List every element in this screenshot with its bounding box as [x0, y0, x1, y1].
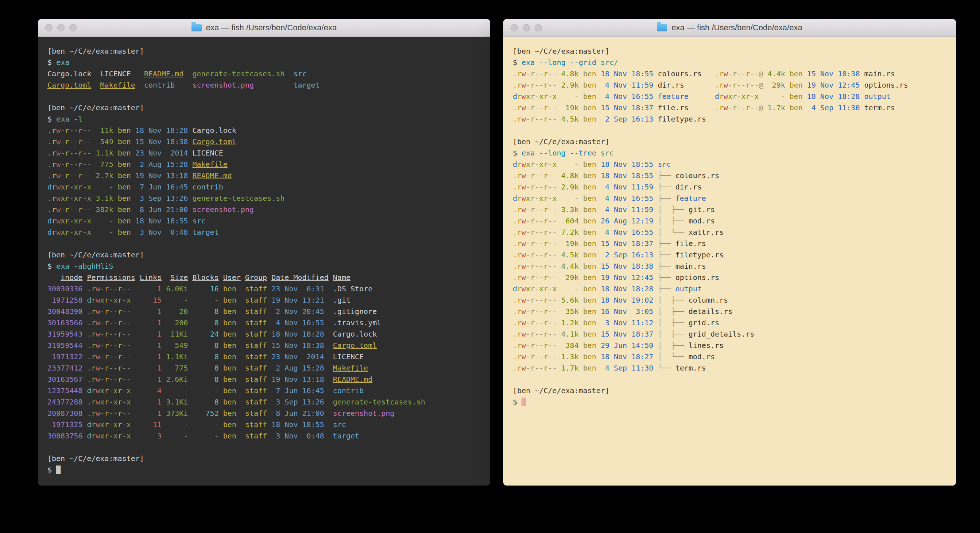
minimize-button[interactable] [57, 24, 65, 31]
permission-char: r [543, 330, 548, 338]
permission-char: r [719, 69, 724, 78]
text-segment: 11Ki [170, 330, 188, 338]
text-segment: 3 Nov 0:48 [271, 431, 324, 440]
terminal-line: 31959544 .rw-r--r-- 1 549 8 ben staff 15… [48, 340, 481, 351]
permission-char: - [127, 307, 131, 316]
text-segment [83, 352, 87, 361]
permission-char: - [552, 341, 557, 350]
permission-char: - [539, 182, 543, 191]
permission-char: - [535, 251, 539, 259]
terminal-window-light: exa — fish /Users/ben/Code/exa/exa [ben … [503, 19, 956, 485]
text-segment: 1 [157, 409, 162, 418]
permission-char: d [87, 420, 91, 429]
text-segment [113, 148, 118, 157]
minimize-button[interactable] [523, 24, 530, 31]
permission-char: x [754, 92, 759, 101]
text-segment: 3.1k [96, 194, 113, 203]
permission-char: r [65, 160, 69, 169]
permission-char: . [513, 171, 517, 180]
text-segment [83, 364, 87, 372]
permission-char: - [535, 194, 539, 203]
terminal-output[interactable]: [ben ~/C/e/exa:master]$ exa --long --gri… [503, 37, 956, 485]
text-segment: ben [118, 148, 131, 157]
text-segment [131, 352, 157, 361]
permission-char: - [750, 103, 754, 112]
text-segment: term.rs [864, 103, 895, 112]
permission-char: x [539, 194, 543, 203]
terminal-line: Cargo.lock LICENCE README.md generate-te… [48, 68, 481, 80]
text-segment: ben [118, 217, 131, 225]
permission-char: r [52, 160, 56, 169]
permission-char: r [746, 81, 750, 89]
text-segment [135, 81, 144, 89]
permission-char: x [87, 182, 91, 191]
permission-char: w [522, 330, 526, 338]
text-segment [557, 103, 565, 112]
folder-icon [191, 24, 202, 31]
permission-char: x [60, 182, 65, 191]
permission-char: - [539, 341, 543, 350]
permission-char: r [118, 364, 122, 372]
close-button[interactable] [511, 24, 518, 31]
text-segment: details.rs [689, 307, 732, 316]
permission-char: x [87, 217, 91, 225]
permission-char: r [52, 171, 56, 180]
text-segment [596, 182, 601, 191]
folder-icon [657, 24, 667, 31]
text-segment: ben [118, 194, 131, 203]
text-segment: 8 [215, 341, 219, 350]
permission-char: r [118, 284, 122, 293]
text-segment: 1 [157, 352, 162, 361]
text-segment [91, 126, 100, 135]
terminal-line [48, 91, 481, 102]
permission-char: - [69, 182, 74, 191]
text-segment [131, 194, 135, 203]
permission-char: r [118, 375, 122, 384]
permission-char: r [517, 307, 522, 316]
permission-char: - [539, 364, 543, 372]
permission-char: r [732, 69, 737, 78]
permission-char: r [517, 115, 522, 123]
permission-char: r [517, 205, 522, 214]
text-segment: src [658, 160, 671, 169]
zoom-button[interactable] [69, 24, 76, 31]
text-segment: 4 Sep 11:30 [601, 364, 654, 372]
text-segment: ben [583, 92, 596, 101]
terminal-line: 23377412 .rw-r--r-- 1 775 8 ben staff 2 … [48, 362, 481, 374]
permission-char: r [78, 137, 83, 146]
permission-char: w [522, 205, 526, 214]
terminal-output[interactable]: [ben ~/C/e/exa:master]$ exaCargo.lock LI… [38, 37, 490, 485]
text-segment [162, 341, 175, 350]
zoom-button[interactable] [535, 24, 542, 31]
permission-char: w [56, 160, 60, 169]
permission-char: - [535, 228, 539, 236]
permission-char: w [56, 228, 60, 236]
permission-char: w [522, 251, 526, 259]
text-segment [219, 397, 223, 406]
permission-char: r [746, 92, 750, 101]
text-segment: staff [245, 420, 267, 429]
permission-char: - [539, 217, 543, 225]
text-segment: Blocks [192, 273, 218, 282]
text-segment [162, 284, 166, 293]
permission-char: r [65, 137, 69, 146]
text-segment: 1.7k [561, 364, 579, 372]
titlebar[interactable]: exa — fish /Users/ben/Code/exa/exa [503, 19, 956, 37]
text-segment: 30163566 [48, 318, 83, 327]
permission-char: - [127, 341, 131, 350]
text-segment [236, 284, 245, 293]
permission-char: - [526, 364, 530, 372]
terminal-line: 30163567 .rw-r--r-- 1 2.6Ki 8 ben staff … [48, 374, 481, 385]
permission-char: - [74, 137, 78, 146]
text-segment [131, 137, 135, 146]
permission-char: r [105, 386, 109, 395]
text-segment: Group [245, 273, 267, 282]
permission-char: - [548, 330, 552, 338]
terminal-line: 24377288 .rwxr-xr-x 1 3.1Ki 8 ben staff … [48, 396, 481, 408]
text-segment [579, 228, 583, 236]
close-button[interactable] [45, 24, 52, 31]
terminal-line: .rw-r--r-- 19k ben 15 Nov 18:37 file.rs … [513, 102, 947, 113]
titlebar[interactable]: exa — fish /Users/ben/Code/exa/exa [38, 19, 490, 37]
text-segment: README.md [333, 375, 372, 384]
text-segment: ben [118, 126, 131, 135]
